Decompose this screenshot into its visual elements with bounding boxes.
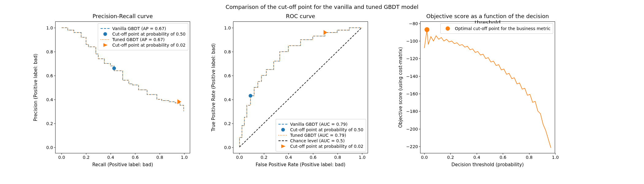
x-axis-label: False Positive Rate (Positive label: bad… (233, 162, 368, 167)
legend-swatch-icon (278, 122, 288, 126)
legend-entry: Cut-off point at probability of 0.02 (278, 144, 363, 149)
y-tick-label: 0.0 (224, 145, 231, 150)
subplot-objective-score: Objective score as a function of the dec… (420, 21, 555, 153)
svg-point-10 (446, 26, 450, 31)
legend-swatch-icon (278, 144, 288, 148)
y-tick-label: −180 (406, 109, 418, 114)
legend-swatch-icon (278, 139, 288, 143)
y-tick-label: −100 (406, 39, 418, 44)
svg-point-9 (424, 27, 429, 32)
legend-label: Cut-off point at probability of 0.02 (290, 144, 363, 149)
legend-label: Tuned GBDT (AP = 0.67) (112, 37, 165, 42)
x-tick-label: 0.8 (526, 155, 532, 160)
x-tick-label: 1.0 (181, 155, 188, 160)
x-tick-label: 1.0 (359, 155, 366, 160)
y-tick-label: 0.8 (46, 49, 53, 54)
x-tick-label: 0.2 (261, 155, 267, 160)
subplot-roc: ROC curve 0.00.20.40.60.81.00.00.20.40.6… (233, 21, 368, 153)
legend: Optimal cut-off point for the business m… (440, 23, 553, 34)
legend-label: Cut-off point at probability of 0.50 (290, 127, 363, 132)
y-tick-label: 0.4 (224, 97, 231, 102)
legend-label: Optimal cut-off point for the business m… (455, 26, 550, 31)
x-tick-label: 0.4 (285, 155, 292, 160)
x-tick-label: 0.4 (107, 155, 114, 160)
y-tick-label: −80 (409, 21, 418, 26)
y-tick-label: −220 (406, 144, 418, 149)
x-tick-label: 0.8 (156, 155, 163, 160)
y-tick-label: −200 (406, 127, 418, 132)
x-tick-label: 0.4 (473, 155, 480, 160)
y-tick-label: −140 (406, 74, 418, 79)
y-tick-label: 1.0 (46, 25, 53, 30)
x-tick-label: 0.2 (83, 155, 90, 160)
figure-suptitle: Comparison of the cut-off point for the … (0, 4, 644, 10)
y-tick-label: 0.2 (46, 121, 53, 126)
y-tick-label: −160 (406, 91, 418, 96)
legend-entry: Optimal cut-off point for the business m… (443, 26, 550, 31)
legend-entry: Cut-off point at probability of 0.02 (101, 43, 186, 48)
legend-entry: Tuned GBDT (AP = 0.67) (101, 37, 186, 42)
subplot-precision-recall: Precision-Recall curve 0.00.20.40.60.81.… (55, 21, 190, 153)
legend: Vanilla GBDT (AUC = 0.79)Cut-off point a… (276, 119, 366, 151)
legend-entry: Vanilla GBDT (AUC = 0.79) (278, 122, 363, 127)
y-tick-label: 1.0 (224, 25, 231, 30)
y-tick-label: 0.2 (224, 121, 231, 126)
x-tick-label: 1.0 (552, 155, 559, 160)
legend-swatch-icon (101, 26, 110, 31)
legend-label: Cut-off point at probability of 0.50 (112, 32, 186, 36)
y-tick-label: 0.6 (46, 73, 53, 78)
figure: Comparison of the cut-off point for the … (0, 0, 644, 184)
subplot-title: Precision-Recall curve (55, 13, 190, 19)
x-tick-label: 0.6 (500, 155, 506, 160)
x-tick-label: 0.6 (310, 155, 316, 160)
svg-point-4 (249, 94, 252, 98)
legend-swatch-icon (443, 26, 452, 31)
x-tick-label: 0.0 (421, 155, 428, 160)
y-tick-label: 0.0 (46, 145, 53, 150)
plot-area: 0.00.20.40.60.81.0−220−200−180−160−140−1… (420, 21, 555, 153)
legend-swatch-icon (278, 128, 288, 132)
legend-swatch-icon (101, 37, 110, 42)
y-tick-label: 0.6 (224, 73, 231, 78)
legend-entry: Cut-off point at probability of 0.50 (101, 32, 186, 36)
subplot-title: ROC curve (233, 13, 368, 19)
series-line (424, 30, 551, 148)
legend: Vanilla GBDT (AP = 0.67)Cut-off point at… (98, 23, 188, 50)
legend-entry: Vanilla GBDT (AP = 0.67) (101, 26, 186, 31)
x-tick-label: 0.0 (236, 155, 243, 160)
legend-swatch-icon (101, 43, 110, 47)
x-tick-label: 0.8 (334, 155, 341, 160)
y-tick-label: 0.4 (46, 97, 53, 102)
x-tick-label: 0.0 (58, 155, 65, 160)
legend-entry: Cut-off point at probability of 0.50 (278, 127, 363, 132)
legend-label: Cut-off point at probability of 0.02 (112, 43, 186, 48)
legend-entry: Tuned GBDT (AUC = 0.79) (278, 133, 363, 138)
x-axis-label: Decision threshold (probability) (420, 162, 555, 167)
plot-svg (420, 22, 555, 153)
svg-point-0 (112, 67, 116, 70)
y-tick-label: −120 (406, 56, 418, 61)
x-tick-label: 0.6 (132, 155, 139, 160)
svg-point-2 (103, 32, 107, 36)
svg-point-6 (281, 128, 285, 132)
y-tick-label: 0.8 (224, 49, 231, 54)
legend-label: Vanilla GBDT (AP = 0.67) (112, 26, 166, 31)
x-tick-label: 0.2 (447, 155, 454, 160)
y-axis-label: True Positive Rate (Positive label: bad) (211, 43, 216, 131)
legend-label: Vanilla GBDT (AUC = 0.79) (290, 122, 347, 127)
y-axis-label: Precision (Positive label: bad) (33, 54, 38, 121)
legend-label: Chance level (AUC = 0.5) (290, 138, 345, 143)
y-axis-label: Objective score (using cost-matrix) (398, 47, 403, 128)
legend-swatch-icon (101, 32, 110, 36)
legend-entry: Chance level (AUC = 0.5) (278, 138, 363, 143)
x-axis-label: Recall (Positive label: bad) (55, 162, 190, 167)
legend-swatch-icon (278, 133, 288, 137)
legend-label: Tuned GBDT (AUC = 0.79) (290, 133, 346, 138)
